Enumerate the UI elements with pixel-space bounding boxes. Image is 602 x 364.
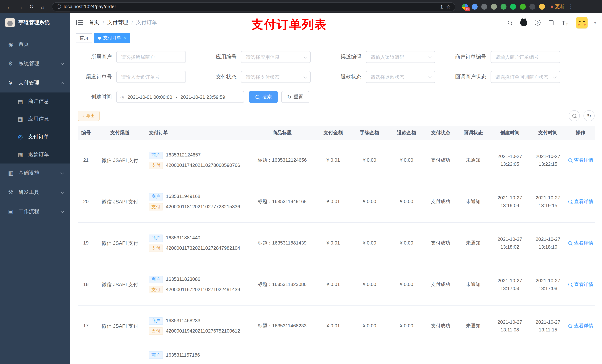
table-row: 18微信 JSAPI 支付商户1635311823086支付4200001167…	[78, 264, 595, 306]
tab-支付订单[interactable]: 支付订单×	[94, 33, 130, 43]
fee-amount	[351, 347, 388, 364]
date-start-value: 2021-10-01 00:00:00	[128, 94, 172, 100]
extension-puzzle-icon[interactable]	[529, 4, 535, 10]
main-area: 首页/支付管理/支付订单 支付订单列表 ? TT ▾	[70, 13, 602, 364]
app-no-input[interactable]	[241, 51, 311, 63]
pay-channel: 微信 JSAPI 支付	[94, 264, 146, 305]
channel-code-input[interactable]	[366, 51, 435, 63]
chevron-up-icon	[61, 82, 64, 86]
chevron-down-icon[interactable]: ▾	[594, 21, 596, 25]
browser-menu-icon[interactable]: ⋮	[566, 2, 576, 11]
pay-time-text: 2021-10-2713:19:15	[536, 194, 560, 209]
merchant-order-no-input[interactable]	[491, 51, 560, 63]
action-cell: 查看详情	[567, 223, 595, 264]
fullscreen-icon[interactable]	[548, 19, 555, 26]
home-icon[interactable]: ⌂	[38, 2, 47, 11]
pay-order-cell: 商户1635311881440支付42000011732021102728479…	[146, 223, 249, 264]
browser-chrome: ← → ↻ ⌂ ⓘ localhost:1024/pay/order ↥ ☆ 1…	[0, 0, 602, 13]
pay-amount: ¥ 0.01	[315, 140, 351, 181]
site-info-icon[interactable]: ⓘ	[57, 3, 61, 10]
sidebar-item-infra[interactable]: ▥基础设施	[0, 164, 70, 183]
extension-chat-icon[interactable]	[520, 4, 526, 10]
sidebar-toggle-icon[interactable]	[76, 20, 83, 26]
refresh-table-button[interactable]: ↻	[583, 110, 595, 121]
sidebar-item-devtools[interactable]: ⚒研发工具	[0, 183, 70, 202]
chevron-down-icon	[61, 61, 64, 65]
extension-multicolor-icon[interactable]: 10	[462, 4, 468, 10]
extension-olive-icon[interactable]	[491, 4, 497, 10]
sidebar-item-pay-order[interactable]: ◎支付订单	[0, 128, 70, 146]
sidebar-item-merchant-info[interactable]: ▤商户信息	[0, 93, 70, 110]
order-id: 21	[78, 140, 94, 181]
forward-icon[interactable]: →	[16, 2, 25, 11]
tab-close-icon[interactable]: ×	[124, 35, 127, 41]
merchant-input[interactable]	[116, 51, 186, 63]
filter-control	[241, 71, 311, 83]
extension-check-icon[interactable]	[510, 4, 516, 10]
github-icon[interactable]	[520, 19, 527, 26]
action-cell: 查看详情	[567, 264, 595, 305]
bookmark-star-icon[interactable]: ☆	[446, 4, 451, 10]
filter-item: 所属商户	[78, 51, 203, 63]
grid-icon: ▦	[16, 116, 24, 123]
sidebar-item-payment[interactable]: ¥支付管理	[0, 73, 70, 93]
card-icon: ▤	[16, 98, 24, 105]
create-time-text: 2021-10-2713:11:08	[498, 318, 522, 334]
toggle-search-button[interactable]	[569, 110, 580, 121]
create-time: 2021-10-2713:11:08	[490, 306, 529, 347]
view-detail-link[interactable]: 查看详情	[568, 156, 593, 164]
order-id: 17	[78, 306, 94, 347]
share-icon[interactable]: ↥	[440, 4, 444, 10]
url-bar[interactable]: ⓘ localhost:1024/pay/order ↥ ☆	[52, 2, 455, 11]
pay-time: 2021-10-2713:17:08	[529, 264, 567, 305]
sidebar-item-workflow[interactable]: ▣工作流程	[0, 202, 70, 221]
table-toolbar-buttons: ↻	[569, 110, 595, 121]
extension-drop-icon[interactable]	[472, 4, 478, 10]
refresh-icon: ↻	[287, 94, 291, 100]
update-dot-icon	[551, 6, 553, 8]
tab-首页[interactable]: 首页	[76, 33, 92, 43]
pay-order-line: 支付4200001173202110272847982104	[149, 245, 240, 252]
action-cell	[567, 347, 595, 364]
url-text: localhost:1024/pay/order	[64, 4, 437, 9]
reload-icon[interactable]: ↻	[27, 2, 36, 11]
extension-face-icon[interactable]	[539, 4, 545, 10]
refund-status-input[interactable]	[366, 71, 435, 83]
reset-button[interactable]: ↻ 重置	[281, 91, 309, 103]
column-header: 退款金额	[388, 129, 425, 136]
table-row: 商户1635311157186	[78, 347, 595, 364]
table-row: 21微信 JSAPI 支付商户1635312124657支付4200001174…	[78, 140, 595, 181]
search-button[interactable]: 搜索	[249, 91, 278, 103]
fee-amount: ¥ 0.00	[351, 181, 388, 222]
extension-dark-icon[interactable]	[481, 4, 487, 10]
breadcrumb-item[interactable]: 支付管理	[107, 19, 128, 26]
export-button[interactable]: ↓ 导出	[78, 111, 99, 121]
sidebar-item-refund-order[interactable]: ▧退款订单	[0, 146, 70, 164]
sidebar-item-system[interactable]: ⚙系统管理	[0, 54, 70, 73]
pay-order-line: 支付4200001167202110271022491439	[149, 286, 240, 294]
user-avatar[interactable]	[576, 16, 588, 29]
view-detail-link[interactable]: 查看详情	[568, 239, 593, 247]
breadcrumb-item: 支付订单	[136, 19, 157, 26]
breadcrumb-item[interactable]: 首页	[89, 19, 99, 26]
create-time-range-input[interactable]: ◷ 2021-10-01 00:00:00 - 2021-10-31 23:59…	[116, 91, 244, 103]
channel-order-no-input[interactable]	[116, 71, 186, 83]
notify-status-input[interactable]	[491, 71, 560, 83]
sidebar-item-home[interactable]: ◉首页	[0, 35, 70, 54]
view-detail-link[interactable]: 查看详情	[568, 322, 593, 330]
help-icon[interactable]: ?	[534, 19, 541, 26]
pay-time-text: 2021-10-2713:11:15	[536, 318, 560, 334]
sidebar-item-app-info[interactable]: ▦应用信息	[0, 110, 70, 128]
back-icon[interactable]: ←	[4, 2, 14, 11]
search-icon[interactable]	[506, 19, 514, 26]
browser-update-button[interactable]: 更新	[551, 3, 565, 10]
font-size-icon[interactable]: TT	[561, 19, 569, 26]
action-cell: 查看详情	[567, 140, 595, 181]
pay-amount: ¥ 0.01	[315, 264, 351, 305]
create-time: 2021-10-2713:22:05	[490, 140, 529, 181]
view-detail-link[interactable]: 查看详情	[568, 198, 593, 206]
extension-green-icon[interactable]	[501, 4, 506, 10]
refund-amount: ¥ 0.00	[388, 140, 425, 181]
pay-status-input[interactable]	[241, 71, 311, 83]
view-detail-link[interactable]: 查看详情	[568, 281, 593, 289]
